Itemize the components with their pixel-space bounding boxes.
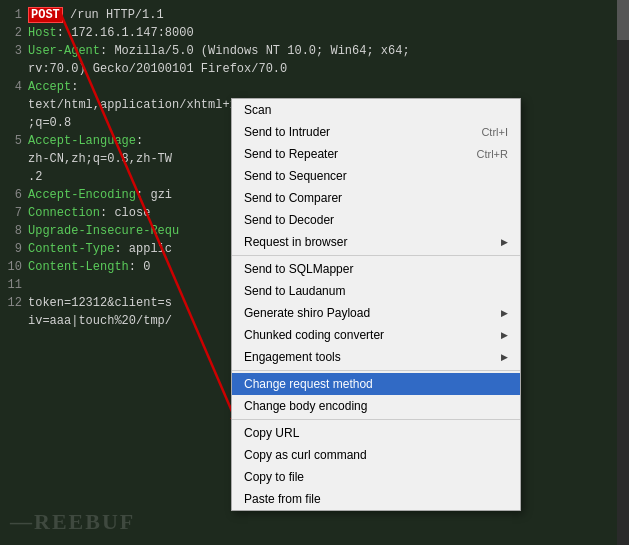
code-line-3b: rv:70.0) Gecko/20100101 Firefox/70.0 [0, 60, 629, 78]
line-number: 1 [4, 6, 22, 24]
menu-item-label: Scan [244, 103, 271, 117]
line-number: 9 [4, 240, 22, 258]
menu-item-label: Change request method [244, 377, 373, 391]
menu-item-generate-shiro-payload[interactable]: Generate shiro Payload [232, 302, 520, 324]
http-method-post: POST [28, 7, 63, 23]
menu-item-change-body-encoding[interactable]: Change body encoding [232, 395, 520, 417]
menu-item-label: Engagement tools [244, 350, 341, 364]
menu-item-send-to-sqlmapper[interactable]: Send to SQLMapper [232, 258, 520, 280]
menu-item-copy-as-curl[interactable]: Copy as curl command [232, 444, 520, 466]
menu-separator-3 [232, 419, 520, 420]
line-number: 4 [4, 78, 22, 96]
menu-item-label: Copy to file [244, 470, 304, 484]
watermark: —REEBUF [10, 509, 135, 535]
line-number: 3 [4, 42, 22, 60]
code-line-4: 4 Accept: [0, 78, 629, 96]
menu-item-label: Paste from file [244, 492, 321, 506]
line-number: 8 [4, 222, 22, 240]
line-number: 2 [4, 24, 22, 42]
menu-separator [232, 255, 520, 256]
menu-item-send-to-comparer[interactable]: Send to Comparer [232, 187, 520, 209]
shortcut-label: Ctrl+I [481, 126, 508, 138]
menu-item-send-to-sequencer[interactable]: Send to Sequencer [232, 165, 520, 187]
line-number: 10 [4, 258, 22, 276]
menu-item-label: Generate shiro Payload [244, 306, 370, 320]
line-number: 5 [4, 132, 22, 150]
menu-item-label: Request in browser [244, 235, 347, 249]
menu-item-copy-to-file[interactable]: Copy to file [232, 466, 520, 488]
menu-item-paste-from-file[interactable]: Paste from file [232, 488, 520, 510]
shortcut-label: Ctrl+R [477, 148, 508, 160]
menu-item-send-to-repeater[interactable]: Send to Repeater Ctrl+R [232, 143, 520, 165]
menu-item-label: Send to Sequencer [244, 169, 347, 183]
line-number: 7 [4, 204, 22, 222]
menu-item-label: Send to Decoder [244, 213, 334, 227]
menu-item-copy-url[interactable]: Copy URL [232, 422, 520, 444]
menu-item-label: Change body encoding [244, 399, 367, 413]
menu-item-label: Send to Laudanum [244, 284, 345, 298]
code-line-1: 1 POST /run HTTP/1.1 [0, 6, 629, 24]
menu-item-label: Copy as curl command [244, 448, 367, 462]
menu-item-label: Send to Intruder [244, 125, 330, 139]
menu-item-scan[interactable]: Scan [232, 99, 520, 121]
line-number: 12 [4, 294, 22, 312]
code-line-3: 3 User-Agent: Mozilla/5.0 (Windows NT 10… [0, 42, 629, 60]
menu-item-label: Send to Comparer [244, 191, 342, 205]
menu-item-engagement-tools[interactable]: Engagement tools [232, 346, 520, 368]
menu-item-label: Chunked coding converter [244, 328, 384, 342]
menu-item-label: Copy URL [244, 426, 299, 440]
menu-item-chunked-coding-converter[interactable]: Chunked coding converter [232, 324, 520, 346]
scrollbar-thumb[interactable] [617, 0, 629, 40]
menu-item-change-request-method[interactable]: Change request method [232, 373, 520, 395]
menu-item-send-to-decoder[interactable]: Send to Decoder [232, 209, 520, 231]
menu-item-label: Send to Repeater [244, 147, 338, 161]
menu-item-label: Send to SQLMapper [244, 262, 353, 276]
line-number: 6 [4, 186, 22, 204]
menu-item-send-to-intruder[interactable]: Send to Intruder Ctrl+I [232, 121, 520, 143]
code-line-2: 2 Host: 172.16.1.147:8000 [0, 24, 629, 42]
scrollbar[interactable] [617, 0, 629, 545]
line-number: 11 [4, 276, 22, 294]
context-menu: Scan Send to Intruder Ctrl+I Send to Rep… [231, 98, 521, 511]
menu-separator-2 [232, 370, 520, 371]
menu-item-request-in-browser[interactable]: Request in browser [232, 231, 520, 253]
menu-item-send-to-laudanum[interactable]: Send to Laudanum [232, 280, 520, 302]
